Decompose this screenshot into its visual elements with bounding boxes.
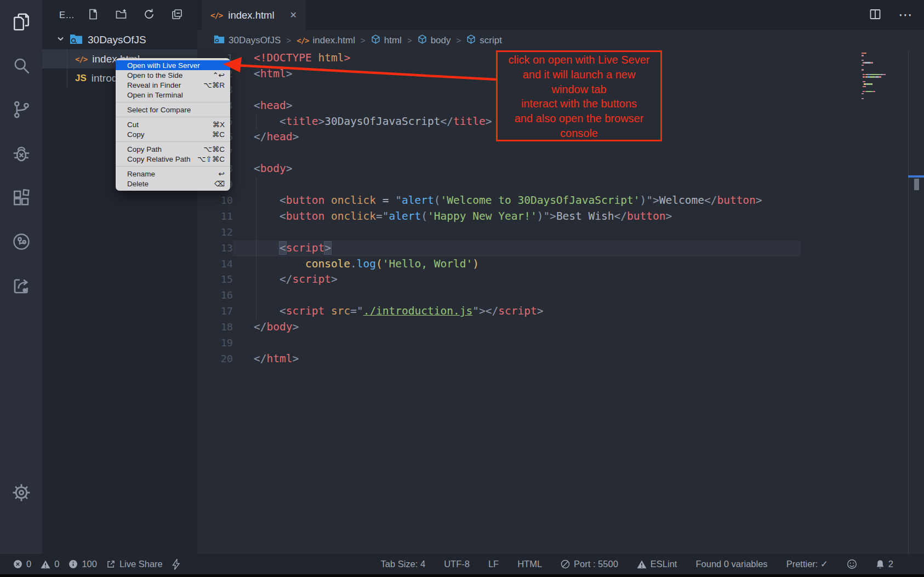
code-line[interactable]: 19: [197, 335, 924, 351]
code-line[interactable]: 15 </script>: [197, 272, 924, 288]
explorer-header: E…: [42, 0, 197, 30]
close-tab-icon[interactable]: ✕: [290, 10, 297, 20]
html-file-icon: </>: [210, 11, 223, 20]
status-item-html[interactable]: HTML: [517, 559, 542, 569]
status-item-found-0-variables[interactable]: Found 0 variables: [695, 559, 767, 569]
chevron-down-icon: [56, 35, 65, 45]
bell-icon: [876, 559, 885, 569]
context-menu-item[interactable]: Cut⌘X: [116, 119, 230, 129]
status-item-lf[interactable]: LF: [488, 559, 499, 569]
code-line[interactable]: 18</body>: [197, 319, 924, 335]
context-menu-item[interactable]: Copy⌘C: [116, 129, 230, 139]
smiley-icon: [847, 559, 857, 569]
new-folder-icon[interactable]: [115, 8, 127, 22]
breadcrumb-label: script: [480, 35, 502, 46]
code-line[interactable]: 10 <button onclick = "alert('Welcome to …: [197, 193, 924, 209]
extensions-icon[interactable]: [0, 181, 42, 214]
refresh-icon[interactable]: [143, 8, 155, 22]
more-actions-icon[interactable]: ⋯: [898, 7, 913, 24]
status-item-label: Live Share: [119, 559, 163, 569]
code-text: </script>: [233, 272, 338, 288]
context-menu-item[interactable]: Copy Path⌥⌘C: [116, 144, 230, 154]
tree-item-folder-root[interactable]: 30DaysOfJS: [42, 30, 197, 49]
symbol-icon: [418, 35, 427, 47]
status-item-2[interactable]: 2: [876, 559, 893, 569]
overview-ruler-cursor-marker: [908, 175, 924, 178]
context-menu-item[interactable]: Open with Live Server: [116, 60, 230, 70]
status-item-port-5500[interactable]: Port : 5500: [561, 559, 618, 569]
line-number: 19: [197, 335, 233, 351]
menu-item-label: Rename: [127, 170, 155, 178]
status-item-label: LF: [488, 559, 499, 569]
menu-item-label: Reveal in Finder: [127, 81, 181, 89]
breadcrumb-item[interactable]: html: [371, 35, 402, 47]
status-bar: 00100Live Share Tab Size: 4UTF-8LFHTMLPo…: [0, 554, 924, 574]
status-item-eslint[interactable]: ESLint: [637, 559, 677, 569]
warning-icon: [637, 560, 647, 569]
explorer-actions: [87, 8, 183, 22]
minimap[interactable]: [862, 53, 909, 100]
code-text: </head>: [233, 129, 299, 145]
source-control-icon[interactable]: [0, 93, 42, 126]
run-debug-icon[interactable]: [0, 138, 42, 170]
status-item-label: Prettier: ✓: [786, 559, 828, 569]
status-item[interactable]: [847, 559, 857, 569]
code-text: [233, 335, 254, 351]
explorer-icon[interactable]: [0, 5, 42, 38]
indent-guide: [256, 177, 256, 193]
breadcrumb-label: index.html: [313, 35, 355, 46]
code-line[interactable]: 12: [197, 225, 924, 241]
breadcrumb-item[interactable]: 30DaysOfJS: [214, 35, 281, 47]
context-menu-item[interactable]: Open in Terminal: [116, 90, 230, 100]
tab-index-html[interactable]: </> index.html ✕: [202, 0, 306, 30]
search-icon[interactable]: [0, 49, 42, 82]
html-icon: </>: [296, 35, 309, 46]
code-text: [233, 82, 254, 98]
code-text: <!DOCTYPE html>: [233, 50, 350, 66]
status-item-100[interactable]: 100: [69, 559, 97, 569]
context-menu-item[interactable]: Copy Relative Path⌥⇧⌘C: [116, 154, 230, 164]
menu-item-shortcut: ⌥⌘C: [203, 145, 225, 153]
indent-guide: [256, 288, 256, 304]
status-item-tab-size-4[interactable]: Tab Size: 4: [381, 559, 426, 569]
breadcrumb-item[interactable]: script: [466, 35, 502, 47]
status-item[interactable]: [172, 559, 180, 570]
status-item-utf-8[interactable]: UTF-8: [444, 559, 470, 569]
collapse-all-icon[interactable]: [171, 8, 183, 22]
indent-guide: [256, 225, 256, 241]
code-line[interactable]: 14 console.log('Hello, World'): [197, 256, 924, 272]
context-menu-item[interactable]: Open to the Side⌃↩: [116, 70, 230, 80]
code-line[interactable]: 9: [197, 177, 924, 193]
gitlens-icon[interactable]: [0, 225, 42, 258]
status-item-0[interactable]: 0: [41, 559, 59, 569]
code-text: [233, 225, 254, 241]
symbol-icon: [371, 35, 380, 47]
menu-item-shortcut: ⌥⇧⌘C: [197, 155, 225, 163]
context-menu-item[interactable]: Reveal in Finder⌥⌘R: [116, 80, 230, 90]
breadcrumb-label: 30DaysOfJS: [229, 35, 281, 46]
status-item-live-share[interactable]: Live Share: [106, 559, 163, 569]
tab-label: index.html: [228, 9, 274, 21]
breadcrumb-item[interactable]: </>index.html: [296, 35, 355, 46]
context-menu-item[interactable]: Rename↩: [116, 169, 230, 179]
code-line[interactable]: 13 <script>: [197, 241, 924, 256]
status-item-0[interactable]: 0: [13, 559, 31, 569]
menu-item-label: Copy Path: [127, 145, 162, 153]
code-line[interactable]: 8<body>: [197, 161, 924, 177]
code-line[interactable]: 11 <button onclick="alert('Happy New Yea…: [197, 209, 924, 225]
settings-gear-icon[interactable]: [0, 476, 42, 509]
line-number: 12: [197, 225, 233, 241]
status-item-prettier[interactable]: Prettier: ✓: [786, 559, 828, 569]
symbol-icon: [466, 35, 476, 47]
split-editor-icon[interactable]: [869, 8, 882, 23]
tree-item-label: 30DaysOfJS: [88, 34, 146, 46]
context-menu-item[interactable]: Delete⌫: [116, 179, 230, 188]
context-menu-item[interactable]: Select for Compare: [116, 105, 230, 115]
code-line[interactable]: 16: [197, 288, 924, 304]
breadcrumb-item[interactable]: body: [418, 35, 451, 47]
new-file-icon[interactable]: [87, 8, 99, 22]
code-line[interactable]: 20</html>: [197, 351, 924, 367]
code-line[interactable]: 7: [197, 145, 924, 161]
live-share-icon[interactable]: [0, 270, 42, 302]
code-line[interactable]: 17 <script src="./introduction.js"></scr…: [197, 304, 924, 319]
